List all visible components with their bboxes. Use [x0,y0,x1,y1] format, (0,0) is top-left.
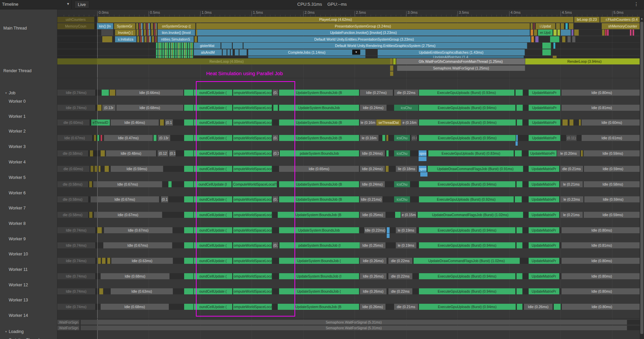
timeline-bar[interactable]: e (0.16m [401,119,418,126]
timeline-bar[interactable] [542,49,551,55]
timeline-sub-bar[interactable] [387,234,390,238]
timeline-bar[interactable]: Idle (0.60ms) [582,119,642,126]
timeline-bar[interactable] [553,30,557,36]
timeline-bar[interactable]: Idle (0.81ms) [561,105,642,111]
sidebar-item-job[interactable]: ▼Job [5,91,15,95]
timeline-bar[interactable]: PlayerLoop (4.62ms) [98,16,574,22]
timeline-bar[interactable] [184,212,194,218]
timeline-bar[interactable]: icsChu [394,135,410,141]
timeline-bar[interactable]: Idle (0.24ms) [360,181,385,187]
timeline-bar[interactable]: Gfx.WaitForGfxCommandsFromMainThread (1.… [396,58,525,64]
timeline-bar[interactable] [602,30,605,36]
timeline-bar[interactable] [390,65,393,71]
timeline-bar[interactable] [535,36,539,42]
timeline-bar[interactable] [110,90,115,96]
timeline-bar[interactable]: Idle (0.67ms) [91,196,159,202]
timeline-bar[interactable]: Idle (0.80ms) [561,90,642,96]
timeline-bar[interactable]: (0.1 [165,119,173,126]
sidebar-item-worker-13[interactable]: Worker 13 [9,298,28,302]
timeline-bar[interactable]: Idle (0.66ms) [116,90,183,96]
timeline-bar[interactable] [98,258,101,264]
timeline-bar[interactable]: ExecuteGpuUploads (Burst) (0.83ms) [428,150,514,156]
timeline-bar[interactable] [184,242,194,248]
timeline-bar[interactable] [390,58,393,64]
timeline-bar[interactable]: UpdateMatrixPr [529,119,560,126]
timeline-bar[interactable]: UpdateMatrixPr [529,105,560,111]
timeline-bar[interactable]: Idle (0.80ms) [561,288,642,294]
timeline-bar[interactable]: UpdateMatrixPr [529,150,557,156]
sidebar-item-worker-5[interactable]: Worker 5 [9,175,25,180]
timeline-bar[interactable]: UpdateMatrixPr [529,273,559,279]
timeline-bar[interactable] [605,30,607,36]
timeline-bar[interactable]: Idle (0.63ms) [111,288,173,294]
timeline-bar[interactable] [97,135,99,141]
timeline-bar[interactable]: dle (0.22ms [388,288,413,294]
timeline-bar[interactable]: ExecuteGpuUploads (Burst) (0.92ms) [419,196,514,202]
timeline-bar[interactable] [517,181,523,187]
timeline-sub-bar[interactable] [420,172,428,177]
timeline-bar[interactable] [233,43,243,49]
timeline-bar[interactable]: icsChu [394,105,419,111]
timeline-bar[interactable]: CompleteJobs (1.14ms) [248,49,366,55]
sidebar-item-render-thread[interactable]: Render Thread [3,68,32,73]
timeline-bar[interactable]: ExecuteGpuUploads (Burst) (0.94ms) [419,105,516,111]
timeline-bar[interactable]: ExecuteGpuUploads (Burst) (0.94ms) [419,242,516,248]
timeline-bar[interactable] [562,36,566,42]
timeline-bar[interactable] [561,30,571,36]
timeline-bar[interactable]: brLoop (0.23 [574,16,600,22]
timeline-bar[interactable] [101,135,102,141]
timeline-bar[interactable]: ExecuteGpuUploads (Burst) (0.94ms) [419,119,516,126]
timeline-bar[interactable]: Idle (0.59ms) [584,166,642,172]
timeline-bar[interactable]: Default World Unity.Rendering.EntitiesGr… [244,43,527,49]
timeline-bar[interactable]: Idle (0.80ms) [561,258,642,264]
timeline-bar[interactable] [97,227,102,233]
timeline-bar[interactable] [99,166,101,172]
timeline-bar[interactable]: Semaphore.WaitForSignal (1.25ms) [397,65,525,71]
timeline-bar[interactable]: spos [419,150,427,156]
timeline-bar[interactable] [102,90,109,96]
timeline-bar[interactable]: Default World Unity.Entities.Presentatio… [198,36,531,42]
sidebar-item-worker-6[interactable]: Worker 6 [9,191,25,195]
timeline-bar[interactable]: UpdateDrawCommandFlagsJob (Burst) (1.02m… [418,212,523,218]
timeline-bar[interactable] [561,23,564,29]
timeline-bar[interactable]: tion.Invoke() [Invol [158,30,195,36]
timeline-bar[interactable]: UpdateDrawCommandFlagsJob (Burst) (0.91m… [428,166,523,172]
timeline-bar[interactable]: (0.0 [411,135,417,141]
sidebar-item-worker-11[interactable]: Worker 11 [9,267,28,272]
sidebar-item-worker-10[interactable]: Worker 10 [9,252,28,256]
timeline-bar[interactable] [235,49,239,55]
timeline-bar[interactable]: UpdateDrawCommandFlagsJob (Burst) (1.02m… [414,258,520,264]
timeline-bar[interactable]: alsAndM [194,49,222,55]
timeline-bar[interactable] [566,23,568,29]
timeline-bar[interactable] [227,49,230,55]
sidebar-item-scripting-threads[interactable]: ▼Scripting Threads [5,338,42,339]
timeline-bar[interactable]: shMemoryCounter [602,23,644,29]
timeline-bar[interactable] [517,273,523,279]
sidebar-item-worker-4[interactable]: Worker 4 [9,160,25,164]
timeline-bar[interactable] [102,36,112,42]
timeline-bar[interactable] [184,273,194,279]
timeline-bar[interactable] [136,23,157,29]
timeline-bar[interactable] [184,304,194,310]
timeline-bar[interactable] [542,43,551,49]
timeline-bar[interactable]: Idle (0.61ms) [582,135,642,141]
timeline-bar[interactable]: ExecuteGpuUploads (Burst) (0.95ms) [419,135,516,141]
timeline-bar[interactable]: le (0.16m [360,119,376,126]
expand-sample-button[interactable]: ▼ [352,50,360,55]
timeline-bar[interactable] [223,49,227,55]
timeline-bar[interactable]: UpdateMatrixPr [529,196,559,202]
timeline-bar[interactable]: PresentationSystemGroup (3.24ms) [196,23,530,29]
timeline-bar[interactable] [568,36,571,42]
timeline-bar[interactable]: Idle (0.25ms) [360,242,386,248]
timeline-bar[interactable] [382,135,385,141]
timeline-bar[interactable]: ExecuteGpuUploads (Burst) (0.94ms) [419,288,516,294]
foldout-arrow-icon[interactable]: ▼ [5,92,7,95]
timeline-bar[interactable] [168,181,172,187]
timeline-bar[interactable]: Idle (0.59ms) [584,150,642,156]
timeline-bar[interactable] [386,166,389,172]
timeline-bar[interactable] [579,119,581,126]
timeline-bar[interactable]: Idle (0.26ms) [360,304,386,310]
timeline-bar[interactable] [531,30,533,36]
timeline-bar[interactable] [184,258,194,264]
timeline-bar[interactable]: Idle (0.24ms) [360,105,387,111]
